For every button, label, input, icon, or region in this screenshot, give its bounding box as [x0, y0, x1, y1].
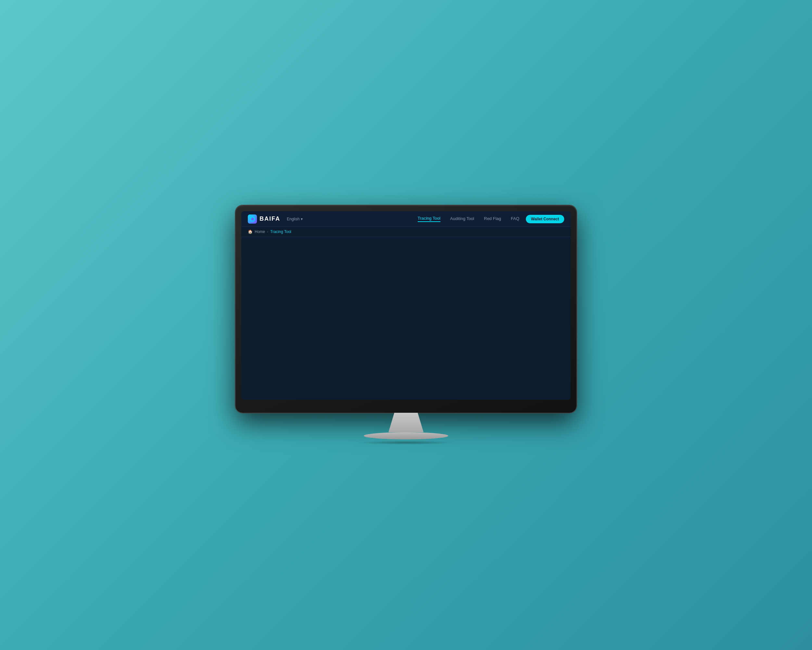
screen: BAIFA English ▾ Tracing Tool Auditing To…	[241, 211, 571, 400]
breadcrumb-separator: ›	[267, 229, 268, 234]
wallet-connect-button[interactable]: Wallet Connect	[526, 215, 564, 223]
monitor-bezel: BAIFA English ▾ Tracing Tool Auditing To…	[235, 205, 577, 413]
monitor-stand-neck	[386, 413, 426, 432]
breadcrumb-current: Tracing Tool	[270, 229, 292, 234]
chevron-down-icon: ▾	[301, 217, 303, 221]
breadcrumb: 🏠 Home › Tracing Tool	[241, 227, 571, 237]
breadcrumb-home[interactable]: Home	[255, 229, 265, 234]
navbar: BAIFA English ▾ Tracing Tool Auditing To…	[241, 211, 571, 227]
monitor-stand-base	[364, 432, 448, 439]
nav-link-auditing[interactable]: Auditing Tool	[450, 216, 474, 222]
monitor-stand-shadow	[357, 441, 455, 445]
logo-icon	[248, 214, 257, 223]
monitor: BAIFA English ▾ Tracing Tool Auditing To…	[235, 205, 577, 445]
lang-label: English	[287, 217, 299, 221]
lang-selector[interactable]: English ▾	[287, 217, 303, 221]
nav-link-tracing[interactable]: Tracing Tool	[418, 216, 440, 222]
nav-link-redflag[interactable]: Red Flag	[484, 216, 501, 222]
home-icon: 🏠	[248, 229, 253, 234]
nav-links: Tracing Tool Auditing Tool Red Flag FAQ	[418, 216, 519, 222]
logo-text: BAIFA	[259, 216, 280, 222]
nav-link-faq[interactable]: FAQ	[511, 216, 519, 222]
logo-area: BAIFA	[248, 214, 280, 223]
